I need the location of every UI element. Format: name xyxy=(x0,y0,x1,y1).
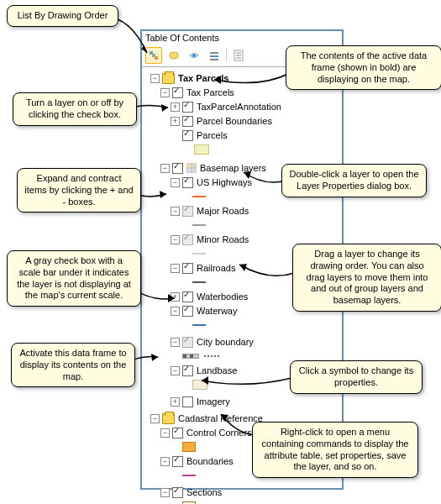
checkbox-disabled[interactable] xyxy=(182,234,193,245)
callout: Right-click to open a menu containing co… xyxy=(252,422,418,478)
expand-toggle[interactable]: + xyxy=(171,117,180,126)
expand-toggle[interactable]: − xyxy=(171,307,180,316)
layer-label[interactable]: Waterway xyxy=(197,306,238,316)
scalebar-icon xyxy=(182,354,199,359)
callout: Double-click a layer to open the Layer P… xyxy=(281,164,427,197)
checkbox[interactable] xyxy=(172,163,183,174)
expand-toggle[interactable]: − xyxy=(171,207,180,216)
list-by-visibility-button[interactable] xyxy=(186,47,202,64)
callout: Activate this data frame to display its … xyxy=(11,343,135,387)
expand-toggle[interactable]: − xyxy=(160,164,170,173)
expand-toggle[interactable]: + xyxy=(171,397,180,407)
list-by-selection-button[interactable] xyxy=(206,47,223,64)
panel-title: Table Of Contents xyxy=(142,31,342,45)
svg-marker-16 xyxy=(160,191,166,198)
svg-marker-14 xyxy=(161,104,168,112)
layer-label[interactable]: Major Roads xyxy=(197,206,249,216)
checkbox[interactable] xyxy=(182,365,193,376)
checkbox[interactable] xyxy=(182,263,193,274)
symbol-swatch[interactable] xyxy=(192,224,206,226)
svg-rect-5 xyxy=(210,52,218,54)
symbol-swatch[interactable] xyxy=(182,442,196,452)
symbol-swatch[interactable] xyxy=(192,281,206,283)
callout: Expand and contract items by clicking th… xyxy=(17,168,141,213)
svg-rect-7 xyxy=(210,59,218,60)
callout: List By Drawing Order xyxy=(7,5,118,27)
checkbox[interactable] xyxy=(182,306,193,317)
callout: The contents of the active data frame (s… xyxy=(286,45,441,90)
dataframe-icon xyxy=(162,73,175,84)
symbol-swatch[interactable] xyxy=(194,144,209,155)
expand-toggle[interactable]: − xyxy=(160,88,170,97)
svg-rect-6 xyxy=(210,55,218,57)
expand-toggle[interactable]: − xyxy=(171,338,180,347)
checkbox[interactable] xyxy=(172,487,183,498)
checkbox[interactable] xyxy=(182,130,193,141)
dataframe-icon xyxy=(162,413,175,424)
checkbox[interactable] xyxy=(182,116,193,127)
symbol-swatch[interactable] xyxy=(192,196,206,197)
checkbox[interactable] xyxy=(182,177,193,188)
symbol-swatch[interactable] xyxy=(204,355,219,357)
checkbox-disabled[interactable] xyxy=(182,337,193,348)
checkbox-disabled[interactable] xyxy=(182,206,193,217)
list-by-source-button[interactable] xyxy=(165,47,182,64)
layer-label[interactable]: Parcels xyxy=(197,130,228,140)
layer-label[interactable]: Parcel Boundaries xyxy=(197,116,272,126)
svg-marker-20 xyxy=(202,376,208,385)
expand-toggle[interactable]: − xyxy=(160,428,170,438)
layer-label[interactable]: Waterbodies xyxy=(197,291,248,302)
layer-label[interactable]: TaxParcelAnnotation xyxy=(197,102,281,112)
expand-toggle[interactable]: − xyxy=(160,488,170,497)
basemap-icon xyxy=(186,163,197,173)
expand-toggle[interactable]: − xyxy=(150,414,160,423)
options-button[interactable] xyxy=(230,47,247,64)
expand-toggle[interactable]: − xyxy=(150,74,160,83)
expand-toggle[interactable]: − xyxy=(171,366,180,375)
checkbox[interactable] xyxy=(182,102,193,113)
svg-marker-13 xyxy=(214,76,221,84)
layer-label[interactable]: Minor Roads xyxy=(197,234,249,244)
svg-marker-18 xyxy=(168,294,175,302)
callout: Turn a layer on or off by clicking the c… xyxy=(13,92,137,126)
callout: A gray check box with a scale bar under … xyxy=(7,250,141,307)
layer-label[interactable]: Imagery xyxy=(197,396,230,407)
layer-label[interactable]: Sections xyxy=(186,487,222,497)
expand-toggle[interactable]: − xyxy=(171,264,180,273)
checkbox[interactable] xyxy=(172,87,183,98)
callout: Click a symbol to change its properties. xyxy=(290,360,423,394)
layer-label[interactable]: Railroads xyxy=(197,263,235,273)
symbol-swatch[interactable] xyxy=(192,324,206,326)
svg-rect-2 xyxy=(155,56,158,60)
layer-label[interactable]: City boundary xyxy=(197,337,254,347)
svg-marker-19 xyxy=(151,354,158,361)
callout: Drag a layer to change its drawing order… xyxy=(292,244,441,312)
expand-toggle[interactable]: − xyxy=(160,457,170,466)
checkbox[interactable] xyxy=(182,396,193,407)
expand-toggle[interactable]: − xyxy=(171,235,180,244)
checkbox[interactable] xyxy=(182,291,193,302)
svg-point-4 xyxy=(192,54,196,57)
expand-toggle[interactable]: − xyxy=(171,178,180,187)
symbol-swatch[interactable] xyxy=(192,253,206,255)
checkbox[interactable] xyxy=(172,428,183,438)
symbol-swatch[interactable] xyxy=(182,475,196,476)
svg-marker-15 xyxy=(244,171,251,179)
checkbox[interactable] xyxy=(172,456,183,467)
layer-label[interactable]: Boundaries xyxy=(186,456,234,466)
svg-marker-12 xyxy=(141,45,147,53)
